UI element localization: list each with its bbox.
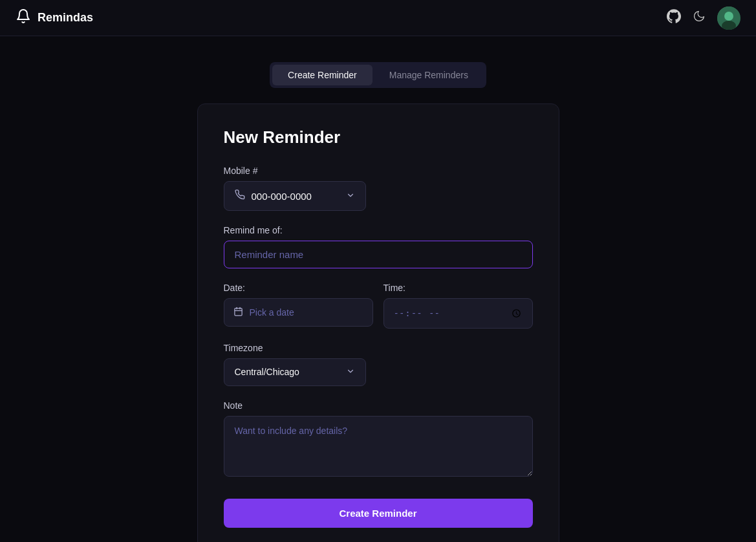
phone-select[interactable]: 000-000-0000: [224, 181, 366, 211]
timezone-chevron-icon: [346, 367, 355, 378]
bell-icon: [16, 8, 31, 28]
navbar: Remindas: [0, 0, 756, 36]
timezone-select[interactable]: Central/Chicago: [224, 358, 366, 386]
svg-point-1: [724, 12, 733, 21]
date-picker[interactable]: Pick a date: [224, 298, 373, 327]
timezone-group: Timezone Central/Chicago: [224, 343, 533, 386]
tabs-container: Create Reminder Manage Reminders: [270, 62, 486, 88]
note-textarea[interactable]: [224, 416, 533, 477]
new-reminder-card: New Reminder Mobile # 000-000-0000: [197, 103, 559, 542]
app-name: Remindas: [38, 11, 93, 25]
avatar[interactable]: [717, 6, 740, 30]
main-content: Create Reminder Manage Reminders New Rem…: [0, 36, 756, 542]
reminder-name-input[interactable]: [224, 241, 533, 268]
create-reminder-button[interactable]: Create Reminder: [224, 499, 533, 528]
date-label: Date:: [224, 283, 373, 293]
phone-number-value: 000-000-0000: [252, 191, 340, 202]
card-title: New Reminder: [224, 127, 533, 147]
calendar-icon: [233, 307, 243, 318]
note-group: Note: [224, 400, 533, 479]
tab-manage-reminders[interactable]: Manage Reminders: [374, 65, 484, 85]
date-time-row: Date: Pick a date Time:: [224, 283, 533, 329]
moon-icon[interactable]: [693, 10, 706, 26]
tab-create-reminder[interactable]: Create Reminder: [272, 65, 373, 85]
mobile-group: Mobile # 000-000-0000: [224, 166, 533, 211]
github-icon[interactable]: [667, 9, 681, 27]
time-group: Time:: [383, 283, 533, 329]
date-group: Date: Pick a date: [224, 283, 373, 329]
time-input[interactable]: [383, 298, 533, 329]
mobile-label: Mobile #: [224, 166, 533, 176]
date-placeholder-text: Pick a date: [250, 307, 294, 318]
remind-group: Remind me of:: [224, 225, 533, 268]
svg-rect-3: [234, 309, 241, 316]
remind-label: Remind me of:: [224, 225, 533, 235]
avatar-image: [717, 6, 740, 30]
phone-chevron-icon: [346, 191, 355, 202]
phone-icon: [235, 190, 245, 202]
timezone-label: Timezone: [224, 343, 533, 353]
navbar-right: [667, 6, 740, 30]
brand: Remindas: [16, 8, 93, 28]
note-label: Note: [224, 400, 533, 411]
timezone-value: Central/Chicago: [235, 367, 299, 377]
time-label: Time:: [383, 283, 533, 293]
